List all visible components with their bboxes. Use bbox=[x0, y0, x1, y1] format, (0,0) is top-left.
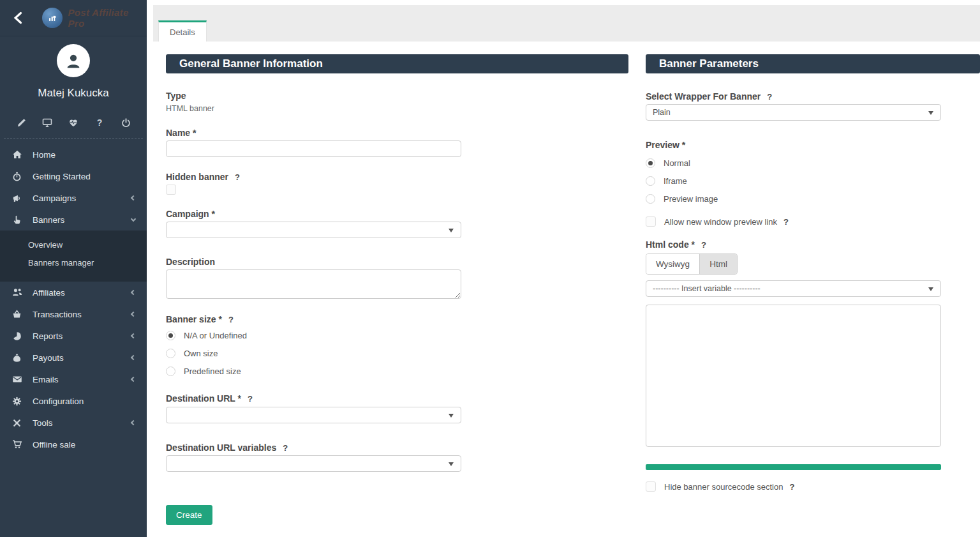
basket-icon bbox=[11, 309, 22, 319]
chevron-left-icon bbox=[131, 195, 136, 200]
banner-size-radio-own[interactable]: Own size bbox=[166, 347, 628, 359]
destination-url-select[interactable] bbox=[166, 407, 461, 423]
sidebar-item-label: Tools bbox=[33, 418, 53, 428]
radio-icon bbox=[166, 349, 175, 358]
app-logo-icon[interactable] bbox=[42, 8, 63, 28]
panel-title-parameters: Banner Parameters bbox=[646, 54, 980, 73]
sidebar-item-payouts[interactable]: Payouts bbox=[0, 347, 147, 368]
sidebar-item-offline-sale[interactable]: Offline sale bbox=[0, 434, 147, 455]
wysiwyg-tab[interactable]: Wysiwyg bbox=[646, 254, 699, 274]
pie-chart-icon bbox=[11, 331, 22, 341]
sidebar-item-reports[interactable]: Reports bbox=[0, 325, 147, 347]
gear-icon bbox=[11, 396, 22, 406]
sidebar-item-banners[interactable]: Banners bbox=[0, 209, 147, 231]
radio-icon bbox=[166, 367, 175, 376]
sidebar-item-affiliates[interactable]: Affiliates bbox=[0, 282, 147, 303]
radio-icon bbox=[646, 176, 655, 186]
preview-radio-normal[interactable]: Normal bbox=[646, 157, 980, 169]
sidebar-item-label: Offline sale bbox=[33, 440, 75, 450]
destination-url-variables-label-row: Destination URL variables ? bbox=[166, 442, 628, 453]
help-icon[interactable]: ? bbox=[789, 482, 794, 492]
help-icon[interactable]: ? bbox=[228, 315, 234, 324]
home-icon bbox=[11, 149, 22, 160]
sidebar-item-tools[interactable]: Tools bbox=[0, 412, 147, 434]
name-label: Name * bbox=[166, 128, 628, 138]
profile-actions: ? bbox=[0, 117, 147, 128]
sidebar-item-transactions[interactable]: Transactions bbox=[0, 303, 147, 325]
sidebar-nav: Home Getting Started Campaigns Banners O… bbox=[0, 144, 147, 455]
name-input[interactable] bbox=[166, 140, 461, 157]
wrapper-select[interactable]: Plain bbox=[646, 104, 941, 121]
chevron-left-icon bbox=[131, 333, 136, 338]
destination-url-label-row: Destination URL * ? bbox=[166, 393, 628, 404]
help-icon[interactable]: ? bbox=[783, 217, 789, 227]
megaphone-icon bbox=[11, 193, 22, 203]
sidebar-item-home[interactable]: Home bbox=[0, 144, 147, 165]
money-bag-icon bbox=[11, 352, 22, 363]
allow-new-window-row: Allow new window preview link ? bbox=[646, 216, 980, 227]
radio-selected-icon bbox=[646, 158, 655, 168]
sidebar: Post Affiliate Pro Matej Kukucka ? bbox=[0, 0, 147, 537]
caret-down-icon bbox=[928, 287, 933, 291]
chevron-left-icon bbox=[131, 420, 136, 425]
main-content: Details General Banner Information Type … bbox=[147, 0, 980, 537]
hidden-banner-label: Hidden banner bbox=[166, 172, 228, 182]
stopwatch-icon bbox=[11, 171, 22, 181]
sidebar-item-emails[interactable]: Emails bbox=[0, 368, 147, 390]
users-icon bbox=[11, 287, 22, 298]
preview-radio-preview-image[interactable]: Preview image bbox=[646, 193, 980, 204]
insert-variable-select[interactable]: ---------- Insert variable ---------- bbox=[646, 280, 941, 297]
sidebar-item-label: Home bbox=[33, 150, 56, 160]
power-icon[interactable] bbox=[120, 117, 131, 128]
brand-name: Post Affiliate Pro bbox=[68, 7, 147, 29]
collapse-sidebar-button[interactable] bbox=[11, 11, 26, 25]
envelope-icon bbox=[11, 374, 22, 384]
monitor-icon[interactable] bbox=[41, 117, 53, 128]
destination-url-variables-select[interactable] bbox=[166, 455, 461, 472]
insert-variable-value: ---------- Insert variable ---------- bbox=[653, 284, 761, 293]
caret-down-icon bbox=[449, 229, 454, 232]
avatar[interactable] bbox=[57, 44, 90, 77]
html-tab[interactable]: Html bbox=[699, 254, 737, 274]
hide-sourcecode-checkbox[interactable] bbox=[646, 481, 656, 492]
sidebar-item-getting-started[interactable]: Getting Started bbox=[0, 165, 147, 187]
edit-pencil-icon[interactable] bbox=[15, 117, 27, 128]
radio-selected-icon bbox=[166, 331, 175, 340]
help-icon[interactable]: ? bbox=[701, 240, 706, 250]
campaign-select[interactable] bbox=[166, 222, 461, 238]
chevron-down-icon bbox=[131, 216, 136, 221]
description-label: Description bbox=[166, 257, 628, 267]
html-code-label-row: Html code * ? bbox=[646, 239, 980, 250]
banner-size-label-row: Banner size * ? bbox=[166, 314, 628, 324]
hide-sourcecode-row: Hide banner sourcecode section ? bbox=[646, 481, 980, 492]
help-icon[interactable]: ? bbox=[283, 443, 288, 453]
sidebar-item-campaigns[interactable]: Campaigns bbox=[0, 187, 147, 209]
banner-size-radio-na[interactable]: N/A or Undefined bbox=[166, 329, 628, 341]
help-icon[interactable]: ? bbox=[248, 394, 253, 404]
submenu-item-banners-manager[interactable]: Banners manager bbox=[0, 254, 147, 272]
destination-url-label: Destination URL * bbox=[166, 393, 241, 404]
help-icon[interactable]: ? bbox=[767, 92, 772, 102]
sidebar-item-label: Emails bbox=[33, 375, 59, 384]
sidebar-item-configuration[interactable]: Configuration bbox=[0, 390, 147, 412]
tab-details[interactable]: Details bbox=[158, 20, 207, 42]
preview-label: Preview * bbox=[646, 140, 980, 150]
banner-size-radio-predefined[interactable]: Predefined size bbox=[166, 365, 628, 377]
tools-icon bbox=[11, 418, 22, 428]
html-code-textarea[interactable] bbox=[646, 305, 941, 447]
help-icon[interactable]: ? bbox=[94, 117, 105, 128]
heart-pulse-icon[interactable] bbox=[68, 117, 79, 128]
chevron-left-icon bbox=[131, 377, 136, 382]
help-icon[interactable]: ? bbox=[235, 172, 240, 182]
hidden-banner-checkbox[interactable] bbox=[166, 185, 176, 195]
description-textarea[interactable] bbox=[166, 269, 461, 299]
submenu-item-overview[interactable]: Overview bbox=[0, 236, 147, 254]
create-button[interactable]: Create bbox=[166, 505, 212, 525]
preview-radio-iframe[interactable]: Iframe bbox=[646, 175, 980, 186]
panel-title-general: General Banner Information bbox=[166, 54, 628, 73]
banner-size-label: Banner size * bbox=[166, 314, 222, 324]
destination-url-variables-label: Destination URL variables bbox=[166, 442, 276, 453]
sidebar-header: Post Affiliate Pro bbox=[0, 0, 147, 36]
wrapper-select-value: Plain bbox=[653, 108, 671, 117]
allow-new-window-checkbox[interactable] bbox=[646, 216, 656, 227]
